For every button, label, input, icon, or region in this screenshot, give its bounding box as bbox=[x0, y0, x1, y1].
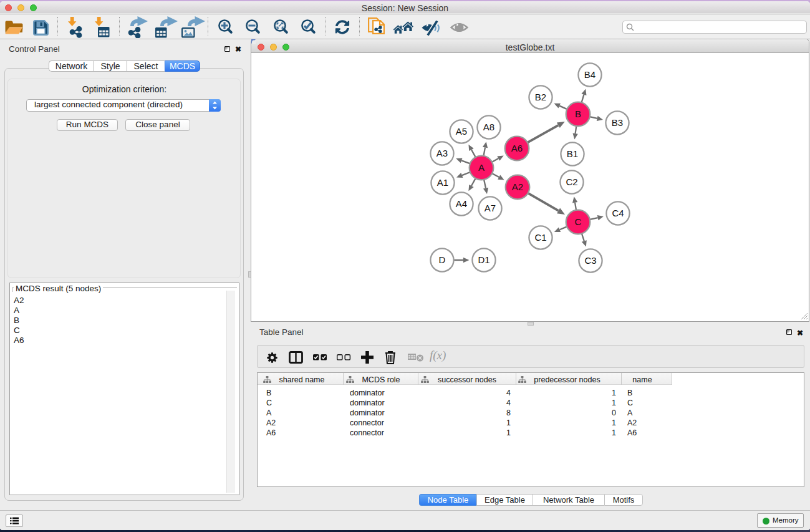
svg-text:A8: A8 bbox=[483, 122, 494, 132]
svg-text:A: A bbox=[478, 162, 485, 173]
svg-text:C4: C4 bbox=[612, 208, 624, 218]
svg-text:D1: D1 bbox=[478, 254, 489, 265]
svg-text:A7: A7 bbox=[485, 203, 496, 213]
svg-text:D: D bbox=[439, 254, 446, 265]
svg-text:C1: C1 bbox=[534, 232, 546, 243]
svg-text:C: C bbox=[575, 216, 582, 227]
svg-text:A2: A2 bbox=[512, 181, 523, 192]
svg-text:C2: C2 bbox=[566, 177, 577, 187]
svg-text:B3: B3 bbox=[612, 117, 623, 128]
svg-text:B: B bbox=[575, 109, 581, 119]
svg-text:A3: A3 bbox=[436, 148, 448, 158]
svg-text:A1: A1 bbox=[437, 177, 448, 188]
svg-text:A4: A4 bbox=[456, 198, 467, 209]
svg-text:C3: C3 bbox=[584, 255, 596, 266]
svg-text:B4: B4 bbox=[584, 69, 595, 80]
svg-text:A5: A5 bbox=[456, 126, 467, 137]
svg-text:B2: B2 bbox=[535, 92, 546, 102]
svg-text:A6: A6 bbox=[511, 143, 523, 153]
svg-text:B1: B1 bbox=[567, 148, 578, 159]
